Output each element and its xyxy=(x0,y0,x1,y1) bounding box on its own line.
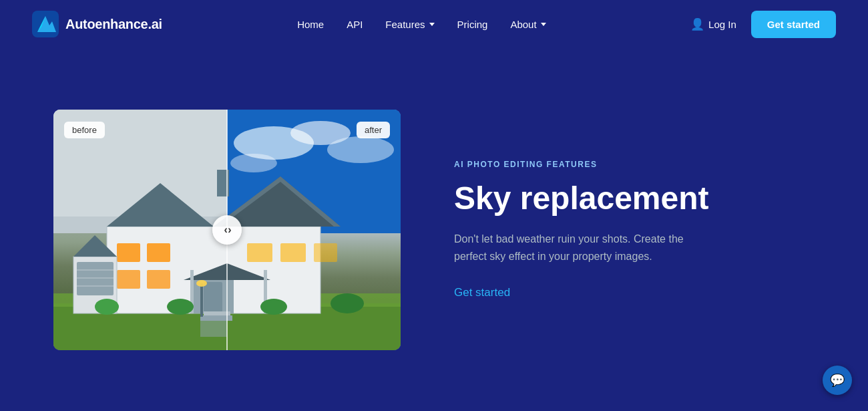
about-chevron-icon xyxy=(541,23,546,26)
svg-rect-23 xyxy=(204,282,222,313)
nav-actions: 👤 Log In Get started xyxy=(681,11,836,38)
feature-title: Sky replacement xyxy=(454,181,815,217)
svg-rect-30 xyxy=(77,262,114,295)
image-comparison: ‹ › before after xyxy=(53,110,401,350)
nav-features[interactable]: Features xyxy=(376,13,443,35)
get-started-button[interactable]: Get started xyxy=(751,11,836,38)
svg-point-39 xyxy=(260,299,287,315)
feature-tag: AI PHOTO EDITING FEATURES xyxy=(454,160,815,169)
svg-point-40 xyxy=(331,293,364,313)
svg-point-6 xyxy=(327,136,394,163)
features-chevron-icon xyxy=(429,23,435,26)
svg-point-41 xyxy=(95,299,119,315)
text-section: AI PHOTO EDITING FEATURES Sky replacemen… xyxy=(454,160,815,300)
nav-links: Home API Features Pricing About xyxy=(288,13,555,35)
logo-text: Autoenhance.ai xyxy=(65,17,162,32)
before-label: before xyxy=(64,122,105,138)
feature-description: Don't let bad weather ruin your shots. C… xyxy=(454,231,708,265)
logo-icon xyxy=(32,11,59,37)
slider-arrows-icon: ‹ › xyxy=(224,224,230,236)
nav-about[interactable]: About xyxy=(501,13,555,35)
svg-rect-35 xyxy=(200,317,227,337)
svg-point-7 xyxy=(230,154,277,172)
main-content: ‹ › before after AI PHOTO EDITING FEATUR… xyxy=(0,48,868,411)
svg-rect-20 xyxy=(280,243,306,262)
svg-rect-16 xyxy=(147,243,170,262)
nav-pricing[interactable]: Pricing xyxy=(448,13,497,35)
logo[interactable]: Autoenhance.ai xyxy=(32,11,162,37)
comparison-slider[interactable]: ‹ › xyxy=(212,215,242,245)
svg-rect-18 xyxy=(147,270,170,289)
svg-point-37 xyxy=(196,280,207,287)
nav-home[interactable]: Home xyxy=(288,13,333,35)
nav-api[interactable]: API xyxy=(337,13,372,35)
svg-rect-17 xyxy=(117,270,140,289)
svg-point-38 xyxy=(167,299,194,315)
navbar: Autoenhance.ai Home API Features Pricing… xyxy=(0,0,868,48)
svg-rect-36 xyxy=(200,283,203,317)
chat-bubble[interactable]: 💬 xyxy=(823,366,852,395)
login-button[interactable]: 👤 Log In xyxy=(681,12,746,37)
chat-icon: 💬 xyxy=(830,373,845,388)
svg-rect-21 xyxy=(314,243,337,262)
after-label: after xyxy=(357,122,390,138)
content-cta-link[interactable]: Get started xyxy=(454,286,510,299)
svg-rect-19 xyxy=(247,243,272,262)
svg-rect-15 xyxy=(117,243,140,262)
user-icon: 👤 xyxy=(690,17,704,31)
